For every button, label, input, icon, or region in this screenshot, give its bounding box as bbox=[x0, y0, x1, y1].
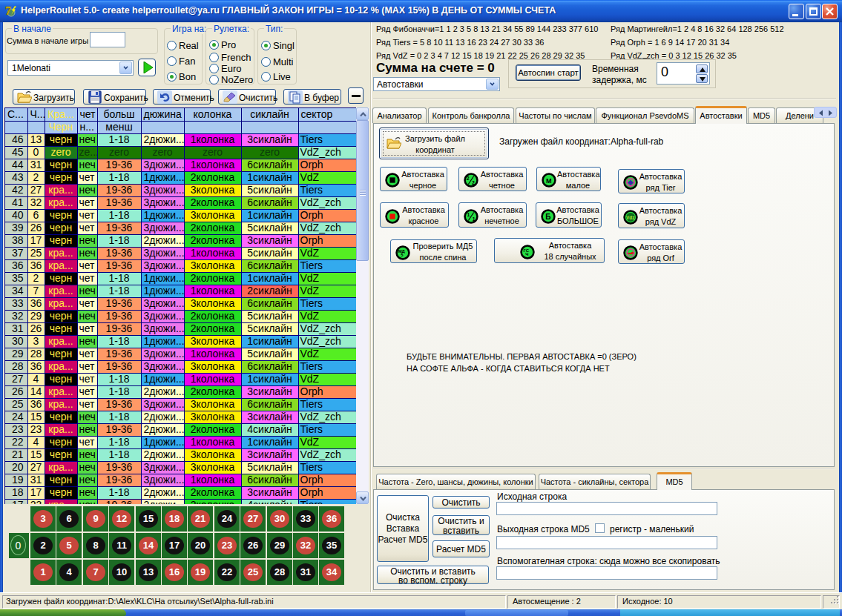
svg-text:Vdz: Vdz bbox=[626, 215, 634, 220]
svg-text:2: 2 bbox=[472, 180, 475, 185]
svg-text:Б: Б bbox=[545, 213, 550, 221]
svg-text:М: М bbox=[546, 177, 552, 185]
svg-text:2: 2 bbox=[467, 176, 470, 181]
svg-text:Ч: Ч bbox=[525, 252, 528, 256]
svg-text:1: 1 bbox=[473, 216, 476, 222]
svg-text:7: 7 bbox=[5, 4, 11, 17]
svg-text:1: 1 bbox=[467, 212, 470, 217]
